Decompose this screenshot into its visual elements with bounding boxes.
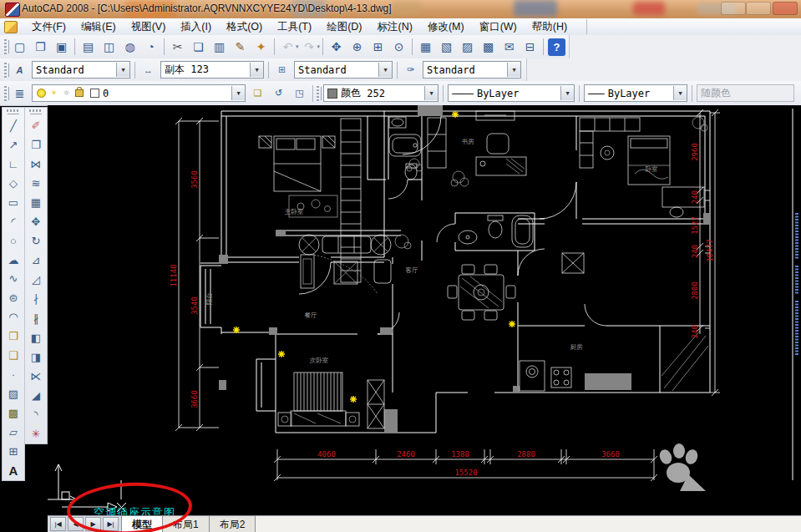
close-button[interactable]: [773, 2, 798, 15]
hatch-icon[interactable]: ▨: [3, 384, 23, 403]
stretch-icon[interactable]: ◿: [26, 270, 46, 289]
tab-first-icon[interactable]: |◀: [50, 517, 66, 531]
polyline-icon[interactable]: ∟: [3, 155, 23, 174]
undo-dropdown-icon[interactable]: ▾: [296, 43, 299, 50]
menu-help[interactable]: 帮助(H): [525, 18, 575, 36]
copy-clip-icon[interactable]: ❏: [188, 37, 209, 58]
table-style-icon[interactable]: ⊞: [271, 59, 292, 80]
layer-thaw-sun-icon[interactable]: ☀: [48, 88, 59, 99]
minimize-button[interactable]: [721, 2, 746, 15]
rectangle-icon[interactable]: ▭: [3, 193, 23, 212]
zoom-realtime-icon[interactable]: ⊕: [347, 37, 368, 58]
menu-dimension[interactable]: 标注(N): [370, 18, 420, 36]
3d-dwf-icon[interactable]: ◔: [140, 37, 161, 58]
zoom-previous-icon[interactable]: ⊙: [388, 37, 409, 58]
tab-layout2[interactable]: 布局2: [209, 515, 256, 532]
revision-cloud-icon[interactable]: ☁: [3, 251, 23, 270]
open-icon[interactable]: ❐: [30, 37, 51, 58]
arc-icon[interactable]: ◜: [3, 212, 23, 231]
mirror-icon[interactable]: ⋈: [26, 155, 46, 174]
layer-combo[interactable]: ☀ ☼ 0 ▼: [32, 84, 246, 102]
layer-on-bulb-icon[interactable]: [37, 89, 46, 98]
line-icon[interactable]: ╱: [3, 116, 23, 135]
redo-dropdown-icon[interactable]: ▾: [317, 43, 321, 50]
chevron-down-icon[interactable]: ▼: [507, 63, 520, 77]
maximize-button[interactable]: [746, 2, 771, 15]
designcenter-icon[interactable]: ▧: [436, 37, 457, 58]
menu-draw[interactable]: 绘图(D): [319, 18, 369, 36]
menu-view[interactable]: 视图(V): [124, 18, 174, 36]
explode-icon[interactable]: ✳: [26, 424, 46, 443]
menu-file[interactable]: 文件(F): [24, 18, 74, 36]
ellipse-arc-icon[interactable]: ◠: [3, 307, 23, 327]
toolbar-grip[interactable]: [4, 39, 7, 54]
quickcalc-icon[interactable]: ⊟: [520, 37, 540, 58]
break-icon[interactable]: ◨: [26, 347, 46, 367]
drawing-canvas[interactable]: 3560 3540 3660 11140 2960 240 1527 240 2…: [48, 105, 801, 532]
spline-icon[interactable]: ∿: [3, 269, 23, 288]
toolbar-grip[interactable]: [4, 63, 7, 78]
sheet-set-manager-icon[interactable]: ▩: [478, 37, 499, 58]
menu-browser-icon[interactable]: [4, 21, 18, 33]
region-icon[interactable]: ▱: [3, 423, 23, 442]
rotate-icon[interactable]: ↻: [26, 231, 46, 251]
menu-modify[interactable]: 修改(M): [420, 18, 472, 36]
properties-palette-icon[interactable]: ▦: [415, 37, 436, 58]
table-style-combo[interactable]: Standard ▼: [294, 61, 393, 79]
table-icon[interactable]: ⊞: [3, 442, 23, 461]
help-icon[interactable]: ?: [548, 38, 565, 56]
insert-block-icon[interactable]: ❒: [3, 327, 23, 346]
plot-preview-icon[interactable]: ◫: [99, 37, 119, 58]
block-editor-icon[interactable]: ✦: [251, 37, 271, 58]
layer-states-icon[interactable]: ◳: [289, 83, 310, 104]
make-layer-current-icon[interactable]: ❏: [247, 83, 268, 104]
array-icon[interactable]: ▦: [26, 193, 46, 212]
offset-icon[interactable]: ≋: [26, 174, 46, 193]
multiline-text-icon[interactable]: A: [3, 461, 23, 480]
pan-icon[interactable]: ✥: [326, 37, 347, 58]
color-combo[interactable]: 颜色 252 ▼: [323, 84, 439, 102]
trim-icon[interactable]: ∤: [26, 289, 46, 308]
join-icon[interactable]: ⋉: [26, 367, 46, 386]
dim-style-combo[interactable]: 副本 123 ▼: [160, 61, 264, 79]
multileader-style-icon[interactable]: ✑: [400, 59, 421, 80]
text-style-combo[interactable]: Standard ▼: [32, 61, 130, 79]
gradient-icon[interactable]: ▩: [3, 403, 23, 423]
dim-style-icon[interactable]: ↔: [138, 59, 159, 80]
chevron-down-icon[interactable]: ▼: [231, 86, 245, 100]
ellipse-icon[interactable]: ⊜: [3, 288, 23, 307]
menu-format[interactable]: 格式(O): [219, 18, 270, 36]
chevron-down-icon[interactable]: ▼: [116, 63, 129, 77]
move-icon[interactable]: ✥: [26, 212, 46, 231]
menu-edit[interactable]: 编辑(E): [74, 18, 124, 36]
polygon-icon[interactable]: ◇: [3, 174, 23, 193]
chevron-down-icon[interactable]: ▼: [378, 63, 392, 77]
erase-icon[interactable]: ✐: [26, 116, 46, 135]
point-icon[interactable]: ∙: [3, 365, 23, 384]
fillet-icon[interactable]: ◝: [26, 405, 46, 424]
toolbar-grip[interactable]: [317, 86, 319, 101]
cut-icon[interactable]: ✂: [167, 37, 188, 58]
menu-insert[interactable]: 插入(I): [173, 18, 219, 36]
menu-tools[interactable]: 工具(T): [270, 18, 319, 36]
print-icon[interactable]: ▤: [78, 37, 99, 58]
break-at-point-icon[interactable]: ◧: [26, 328, 46, 347]
match-properties-icon[interactable]: ✎: [230, 37, 251, 58]
chevron-down-icon[interactable]: ▼: [250, 63, 263, 77]
new-icon[interactable]: ▢: [9, 37, 30, 58]
make-block-icon[interactable]: ❑: [3, 346, 23, 365]
lineweight-combo[interactable]: ——— ByLayer ▼: [584, 84, 687, 102]
circle-icon[interactable]: ○: [3, 231, 23, 251]
chevron-down-icon[interactable]: ▼: [424, 86, 438, 100]
chevron-down-icon[interactable]: ▼: [560, 86, 574, 100]
paste-icon[interactable]: ▥: [209, 37, 230, 58]
layer-vp-freeze-icon[interactable]: ☼: [61, 88, 72, 99]
toolbar-grip[interactable]: [4, 86, 7, 101]
layer-previous-icon[interactable]: ↺: [268, 83, 289, 104]
layer-manager-icon[interactable]: ≣: [9, 83, 30, 104]
save-icon[interactable]: ▣: [51, 37, 72, 58]
multileader-style-combo[interactable]: Standard ▼: [423, 61, 521, 79]
chevron-down-icon[interactable]: ▼: [673, 86, 687, 100]
toolbar-grip[interactable]: [29, 109, 43, 112]
zoom-window-icon[interactable]: ⊞: [368, 37, 388, 58]
